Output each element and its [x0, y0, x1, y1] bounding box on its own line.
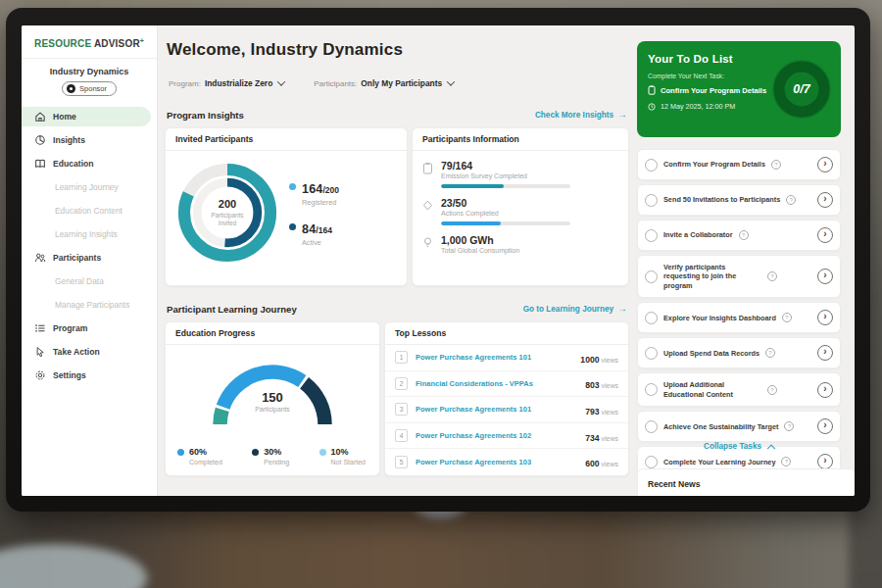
- sidebar-item-label: Program: [53, 323, 87, 333]
- sidebar-item-learning-journey[interactable]: Learning Journey: [22, 177, 151, 197]
- chevron-right-icon[interactable]: ›: [817, 227, 833, 243]
- collapse-tasks-link[interactable]: Collapse Tasks: [637, 442, 841, 451]
- actions-icon: [422, 199, 433, 212]
- sidebar-item-education-content[interactable]: Education Content: [22, 201, 151, 220]
- sidebar-item-take-action[interactable]: Take Action: [22, 342, 151, 362]
- task-item[interactable]: Verify participants requesting to join t…: [637, 255, 841, 298]
- lesson-title[interactable]: Power Purchase Agreements 101: [416, 405, 531, 414]
- lesson-title[interactable]: Power Purchase Agreements 102: [416, 431, 531, 440]
- task-item[interactable]: Confirm Your Program Details ? ›: [637, 149, 841, 180]
- task-item[interactable]: Achieve One Sustainability Target ? ›: [637, 411, 841, 442]
- task-checkbox[interactable]: [645, 456, 658, 468]
- task-checkbox[interactable]: [645, 347, 658, 360]
- app-logo[interactable]: RESOURCE ADVISOR+: [22, 25, 157, 59]
- help-icon[interactable]: ?: [767, 271, 777, 281]
- go-to-learning-journey-link[interactable]: Go to Learning Journey→: [431, 303, 627, 314]
- top-lessons-card: Top Lessons 1 Power Purchase Agreements …: [384, 321, 629, 476]
- education-icon: [34, 158, 46, 170]
- dashboard-screen: RESOURCE ADVISOR+ Industry Dynamics Spon…: [22, 25, 855, 496]
- task-item[interactable]: Upload Additional Educational Content ? …: [637, 372, 841, 407]
- lesson-title[interactable]: Power Purchase Agreements 103: [416, 458, 531, 466]
- chevron-right-icon[interactable]: ›: [817, 418, 833, 434]
- chevron-right-icon[interactable]: ›: [817, 157, 833, 172]
- sidebar-item-settings[interactable]: Settings: [22, 366, 151, 385]
- program-filter[interactable]: Program:Industrialize Zero: [169, 78, 284, 88]
- task-checkbox[interactable]: [645, 270, 658, 283]
- sidebar-item-learning-insights[interactable]: Learning Insights: [22, 224, 151, 244]
- legend-dot: [177, 449, 184, 456]
- help-icon[interactable]: ?: [784, 421, 794, 431]
- sidebar-item-home[interactable]: Home: [22, 107, 151, 126]
- recent-news-card[interactable]: Recent News: [637, 468, 855, 496]
- sidebar-item-label: Take Action: [53, 347, 100, 357]
- sidebar-item-program[interactable]: Program: [22, 318, 151, 338]
- clipboard-icon: [648, 85, 656, 95]
- sidebar-item-manage-participants[interactable]: Manage Participants: [22, 295, 151, 315]
- sidebar-item-insights[interactable]: Insights: [22, 130, 151, 150]
- chevron-right-icon[interactable]: ›: [817, 310, 833, 325]
- help-icon[interactable]: ?: [781, 457, 791, 466]
- task-item[interactable]: Explore Your Insights Dashboard ? ›: [637, 302, 841, 333]
- chevron-right-icon[interactable]: ›: [817, 345, 833, 361]
- legend-completed: 60%Completed: [177, 447, 222, 466]
- task-item[interactable]: Invite a Collaborator ? ›: [637, 220, 841, 251]
- task-checkbox[interactable]: [645, 312, 658, 324]
- lesson-row[interactable]: 3 Power Purchase Agreements 101 793views: [385, 397, 628, 423]
- task-checkbox[interactable]: [645, 194, 658, 207]
- help-icon[interactable]: ?: [739, 230, 749, 240]
- check-more-insights-link[interactable]: Check More Insights→: [431, 109, 627, 120]
- top-lessons-card-title: Top Lessons: [385, 322, 628, 345]
- participants-filter[interactable]: Participants:Only My Participants: [314, 78, 454, 88]
- program-insights-title: Program Insights: [167, 110, 244, 121]
- task-checkbox[interactable]: [645, 229, 658, 242]
- invited-legend: 164/200 Registered 84/164 Active: [289, 179, 339, 247]
- arrow-right-icon: →: [617, 109, 627, 120]
- legend-dot: [289, 223, 296, 230]
- lesson-title[interactable]: Financial Considerations - VPPAs: [416, 379, 533, 388]
- chevron-right-icon[interactable]: ›: [817, 269, 833, 284]
- help-icon[interactable]: ?: [767, 385, 777, 395]
- lesson-row[interactable]: 4 Power Purchase Agreements 102 734views: [385, 423, 628, 450]
- sidebar-item-label: Education: [53, 159, 94, 169]
- chevron-right-icon[interactable]: ›: [817, 192, 833, 208]
- sidebar-item-label: Education Content: [55, 206, 122, 216]
- sidebar-item-label: Insights: [53, 135, 85, 145]
- home-icon: [34, 111, 46, 122]
- todo-task-list: Confirm Your Program Details ? › Send 50…: [637, 149, 841, 477]
- lesson-row[interactable]: 2 Financial Considerations - VPPAs 803vi…: [385, 371, 628, 398]
- sidebar-item-education[interactable]: Education: [22, 154, 151, 173]
- sponsor-badge[interactable]: Sponsor: [62, 81, 117, 96]
- task-checkbox[interactable]: [645, 420, 658, 433]
- actions-progress-bar: [441, 221, 570, 225]
- lesson-row[interactable]: 1 Power Purchase Agreements 101 1000view…: [385, 345, 628, 371]
- chevron-right-icon[interactable]: ›: [817, 382, 833, 398]
- help-icon[interactable]: ?: [765, 348, 775, 358]
- education-legend: 60%Completed 30%Pending 10%Not Started: [166, 433, 379, 466]
- brand-secondary: ADVISOR: [94, 38, 140, 49]
- sidebar-item-general-data[interactable]: General Data: [22, 271, 151, 291]
- program-filter-label: Program:: [169, 79, 201, 88]
- participants-information-card: Participants Information 79/164 Emission…: [412, 127, 629, 286]
- invited-total: 200: [219, 198, 236, 210]
- page-title: Welcome, Industry Dynamics: [167, 40, 403, 60]
- help-icon[interactable]: ?: [786, 195, 796, 205]
- lesson-row[interactable]: 5 Power Purchase Agreements 103 600views: [385, 449, 628, 474]
- sidebar-item-label: Learning Journey: [55, 182, 119, 192]
- lesson-rank: 5: [395, 456, 408, 468]
- task-checkbox[interactable]: [645, 159, 658, 172]
- task-item[interactable]: Send 50 Invitations to Participants ? ›: [637, 184, 841, 216]
- take-action-icon: [34, 346, 46, 358]
- help-icon[interactable]: ?: [782, 313, 792, 322]
- sidebar: RESOURCE ADVISOR+ Industry Dynamics Spon…: [22, 25, 158, 496]
- lesson-title[interactable]: Power Purchase Agreements 101: [416, 353, 531, 362]
- sidebar-item-participants[interactable]: Participants: [22, 248, 151, 268]
- todo-hero-card: Your To Do List Complete Your Next Task:…: [637, 41, 841, 137]
- task-checkbox[interactable]: [645, 383, 658, 396]
- lesson-rank: 1: [395, 351, 408, 364]
- task-item[interactable]: Upload Spend Data Records ? ›: [637, 337, 841, 368]
- todo-subtitle: Complete Your Next Task:: [648, 73, 724, 79]
- help-icon[interactable]: ?: [771, 160, 781, 170]
- education-gauge-chart: 150 Participants: [199, 357, 346, 433]
- todo-panel: Your To Do List Complete Your Next Task:…: [637, 25, 855, 496]
- program-filter-value: Industrialize Zero: [205, 78, 272, 88]
